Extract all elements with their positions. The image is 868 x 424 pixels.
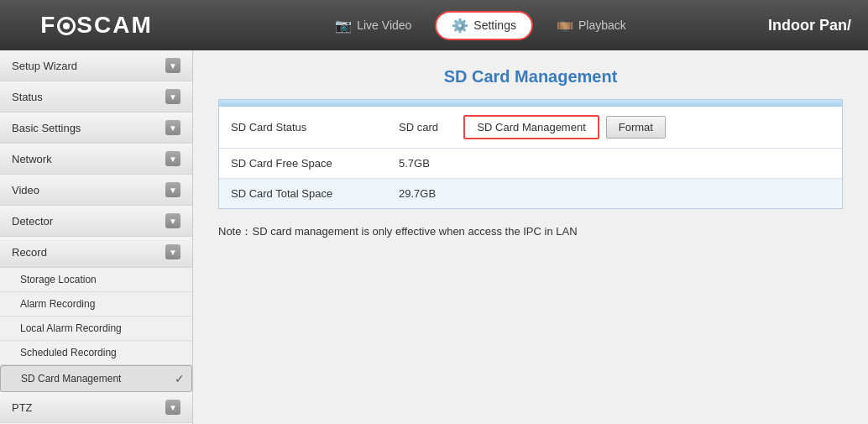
film-icon: 🎞️ xyxy=(557,18,573,34)
sd-status-label: SD Card Status xyxy=(219,107,387,149)
sd-free-space-value: 5.7GB xyxy=(387,149,842,179)
content-area: SD Card Management SD Card Status SD car… xyxy=(193,50,868,424)
sidebar-item-scheduled-recording[interactable]: Scheduled Recording xyxy=(0,341,192,365)
chevron-down-icon: ▼ xyxy=(165,151,180,166)
sidebar-item-video[interactable]: Video ▼ xyxy=(0,175,192,206)
sidebar-item-basic-settings[interactable]: Basic Settings ▼ xyxy=(0,113,192,144)
table-row: SD Card Total Space 29.7GB xyxy=(219,179,842,209)
tab-live-video-label: Live Video xyxy=(357,18,411,32)
logo-o-icon xyxy=(57,17,76,35)
tab-settings[interactable]: ⚙️ Settings xyxy=(435,11,533,40)
logo-dot xyxy=(63,23,70,29)
table-header-bar xyxy=(219,100,842,107)
sidebar-label-setup-wizard: Setup Wizard xyxy=(12,60,77,72)
sidebar: Setup Wizard ▼ Status ▼ Basic Settings ▼… xyxy=(0,50,193,424)
chevron-down-icon: ▼ xyxy=(165,120,180,135)
tab-playback[interactable]: 🎞️ Playback xyxy=(541,13,641,39)
sidebar-label-status: Status xyxy=(12,91,43,103)
sd-card-management-button[interactable]: SD Card Management xyxy=(463,115,599,139)
sidebar-item-network[interactable]: Network ▼ xyxy=(0,144,192,175)
logo: FSCAM xyxy=(40,12,153,39)
nav-tabs: 📷 Live Video ⚙️ Settings 🎞️ Playback xyxy=(193,11,768,40)
sidebar-item-alarm-recording[interactable]: Alarm Recording xyxy=(0,292,192,317)
tab-settings-label: Settings xyxy=(473,18,516,32)
chevron-down-icon: ▼ xyxy=(165,213,180,228)
sidebar-item-record[interactable]: Record ▼ xyxy=(0,237,192,268)
sidebar-label-basic-settings: Basic Settings xyxy=(12,122,81,134)
sidebar-label-network: Network xyxy=(12,153,52,165)
checkmark-icon: ✓ xyxy=(175,372,185,385)
sidebar-item-detector[interactable]: Detector ▼ xyxy=(0,206,192,237)
sidebar-item-sd-card-management[interactable]: SD Card Management ✓ xyxy=(0,365,192,392)
camera-icon: 📷 xyxy=(335,18,352,34)
tab-playback-label: Playback xyxy=(578,18,626,32)
page-title: SD Card Management xyxy=(218,67,843,86)
sidebar-label-ptz: PTZ xyxy=(12,401,33,414)
header: FSCAM 📷 Live Video ⚙️ Settings 🎞️ Playba… xyxy=(0,0,868,50)
device-name: Indoor Pan/ xyxy=(768,17,868,34)
sidebar-label-detector: Detector xyxy=(12,215,53,228)
data-table: SD Card Status SD card SD Card Managemen… xyxy=(219,107,842,208)
sd-total-space-label: SD Card Total Space xyxy=(219,179,387,209)
sidebar-item-status[interactable]: Status ▼ xyxy=(0,81,192,113)
sd-status-buttons: SD card SD Card Management Format xyxy=(399,115,830,139)
sd-free-space-label: SD Card Free Space xyxy=(219,149,387,179)
logo-area: FSCAM xyxy=(0,12,193,39)
sidebar-item-ptz[interactable]: PTZ ▼ xyxy=(0,392,192,423)
chevron-down-icon: ▼ xyxy=(165,244,180,259)
table-row: SD Card Free Space 5.7GB xyxy=(219,149,842,179)
sd-card-table: SD Card Status SD card SD Card Managemen… xyxy=(218,99,843,209)
chevron-down-icon: ▼ xyxy=(165,58,180,73)
main-layout: Setup Wizard ▼ Status ▼ Basic Settings ▼… xyxy=(0,50,868,424)
sidebar-item-storage-location[interactable]: Storage Location xyxy=(0,268,192,292)
sidebar-label-record: Record xyxy=(12,246,47,259)
sidebar-label-video: Video xyxy=(12,184,39,196)
chevron-down-icon: ▼ xyxy=(165,89,180,104)
note-text: Note：SD card management is only effectiv… xyxy=(218,224,843,239)
sd-card-text: SD card xyxy=(399,121,438,133)
sd-status-value: SD card SD Card Management Format xyxy=(387,107,842,149)
format-button[interactable]: Format xyxy=(606,116,666,139)
gear-icon: ⚙️ xyxy=(452,18,468,34)
chevron-down-icon: ▼ xyxy=(165,400,180,415)
chevron-down-icon: ▼ xyxy=(165,182,180,197)
table-row: SD Card Status SD card SD Card Managemen… xyxy=(219,107,842,149)
sidebar-item-setup-wizard[interactable]: Setup Wizard ▼ xyxy=(0,50,192,81)
tab-live-video[interactable]: 📷 Live Video xyxy=(320,13,426,39)
sidebar-item-local-alarm-recording[interactable]: Local Alarm Recording xyxy=(0,317,192,341)
sd-total-space-value: 29.7GB xyxy=(387,179,842,209)
